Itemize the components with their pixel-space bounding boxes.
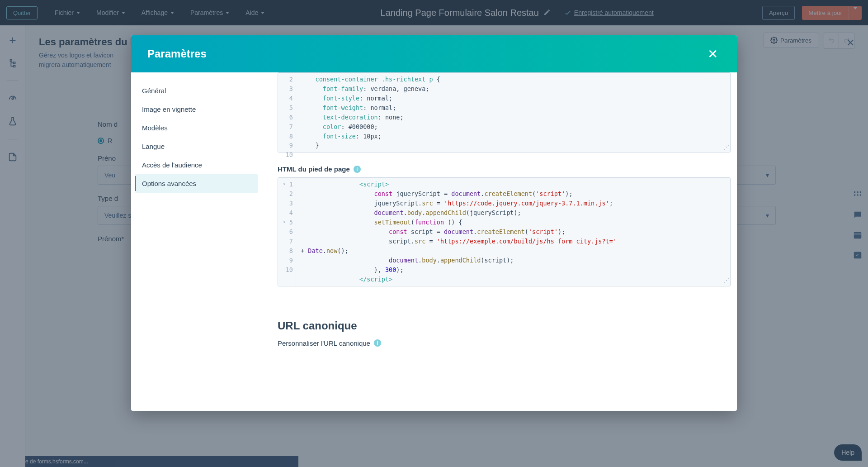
settings-modal: Paramètres ✕ Général Image en vignette M… — [131, 35, 737, 411]
canonical-url-label: Personnaliser l'URL canonique i — [278, 339, 731, 347]
footer-html-label-text: HTML du pied de page — [278, 165, 350, 173]
modal-content: 2345678910 consent-container .hs-richtex… — [262, 72, 737, 411]
modal-nav-language[interactable]: Langue — [135, 137, 258, 156]
footer-html-label: HTML du pied de page i — [278, 165, 731, 173]
code-gutter: 2345678910 — [278, 73, 296, 152]
code-gutter: 1▾2345▾678910 — [278, 178, 296, 286]
modal-nav-audience[interactable]: Accès de l'audience — [135, 156, 258, 174]
modal-nav-advanced[interactable]: Options avancées — [135, 174, 258, 193]
modal-nav-general[interactable]: Général — [135, 81, 258, 100]
modal-nav-templates[interactable]: Modèles — [135, 119, 258, 137]
resize-handle-icon[interactable]: ⋰ — [724, 143, 728, 152]
modal-close-button[interactable]: ✕ — [705, 46, 721, 62]
modal-header: Paramètres ✕ — [131, 35, 737, 72]
resize-handle-icon[interactable]: ⋰ — [724, 276, 728, 285]
modal-title: Paramètres — [147, 48, 207, 60]
modal-nav-thumbnail[interactable]: Image en vignette — [135, 100, 258, 119]
footer-html-code-editor[interactable]: 1▾2345▾678910 <script> const jqueryScrip… — [278, 177, 731, 286]
modal-scroll[interactable]: 2345678910 consent-container .hs-richtex… — [278, 72, 731, 411]
code-content[interactable]: <script> const jqueryScript = document.c… — [278, 178, 730, 286]
canonical-url-label-text: Personnaliser l'URL canonique — [278, 339, 370, 347]
modal-scrim[interactable]: Paramètres ✕ Général Image en vignette M… — [0, 0, 868, 467]
modal-body: Général Image en vignette Modèles Langue… — [131, 72, 737, 411]
info-icon[interactable]: i — [354, 166, 361, 173]
head-html-code-editor[interactable]: 2345678910 consent-container .hs-richtex… — [278, 72, 731, 152]
divider — [278, 302, 731, 302]
info-icon[interactable]: i — [374, 339, 381, 347]
modal-nav: Général Image en vignette Modèles Langue… — [131, 72, 262, 411]
canonical-url-heading: URL canonique — [278, 319, 731, 332]
code-content[interactable]: consent-container .hs-richtext p { font-… — [278, 73, 730, 152]
